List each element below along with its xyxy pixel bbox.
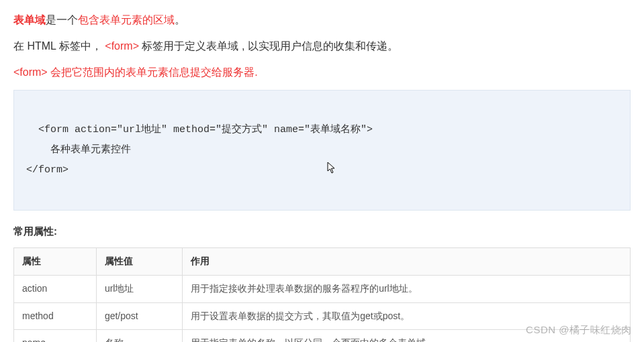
- table-header-cell: 属性: [14, 248, 97, 276]
- table-cell-value: get/post: [96, 302, 182, 330]
- watermark: CSDN @橘子味红烧肉: [526, 321, 632, 339]
- paragraph-3: <form> 会把它范围内的表单元素信息提交给服务器.: [13, 63, 631, 81]
- table-cell-attr: name: [14, 330, 97, 342]
- inline-code: <form>: [105, 40, 139, 52]
- table-row: action url地址 用于指定接收并处理表单数据的服务器程序的url地址。: [14, 275, 631, 302]
- cursor-icon: [303, 141, 312, 154]
- text: 是一个: [46, 14, 78, 25]
- highlight-term: 表单域: [13, 14, 46, 25]
- table-cell-desc: 用于指定接收并处理表单数据的服务器程序的url地址。: [183, 275, 631, 302]
- highlight-text: <form> 会把它范围内的表单元素信息提交给服务器.: [13, 66, 258, 78]
- code-content: <form action="url地址" method="提交方式" name=…: [26, 124, 373, 176]
- table-cell-attr: method: [14, 302, 97, 330]
- text: 。: [175, 14, 185, 25]
- table-header-row: 属性 属性值 作用: [14, 248, 631, 276]
- text: 在 HTML 标签中，: [13, 40, 105, 52]
- table-cell-attr: action: [14, 275, 97, 302]
- text: 标签用于定义表单域 , 以实现用户信息的收集和传递。: [139, 40, 398, 52]
- table-header-cell: 属性值: [96, 248, 182, 276]
- paragraph-1: 表单域是一个包含表单元素的区域。: [13, 11, 631, 29]
- code-block: <form action="url地址" method="提交方式" name=…: [13, 90, 631, 211]
- table-cell-value: 名称: [96, 330, 182, 342]
- table-cell-value: url地址: [96, 275, 182, 302]
- paragraph-2: 在 HTML 标签中， <form> 标签用于定义表单域 , 以实现用户信息的收…: [13, 37, 631, 55]
- highlight-text: 包含表单元素的区域: [78, 14, 175, 25]
- table-header-cell: 作用: [183, 248, 631, 276]
- section-heading: 常用属性:: [13, 223, 631, 240]
